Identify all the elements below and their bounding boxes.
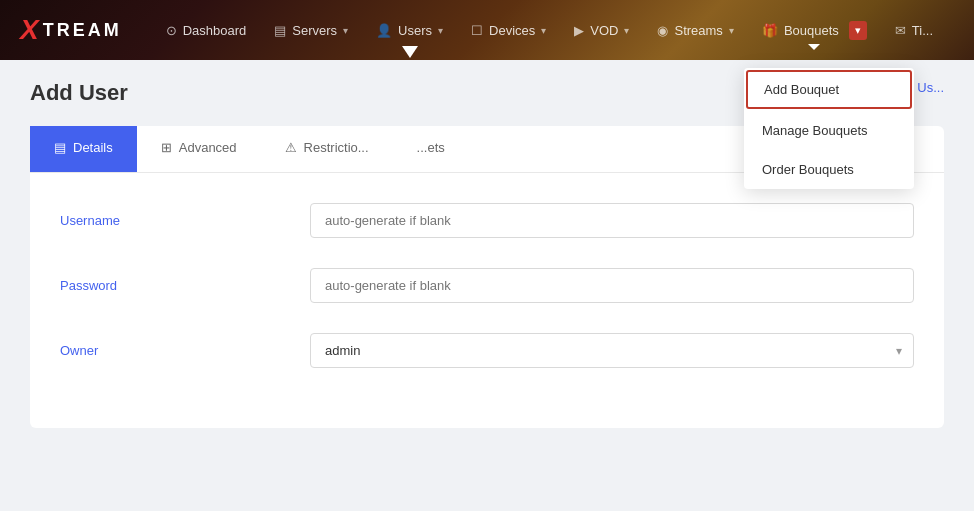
bouquets-icon: 🎁 — [762, 23, 778, 38]
nav-pointer — [402, 46, 418, 58]
dashboard-icon: ⊙ — [166, 23, 177, 38]
tab-restrictions-label: Restrictio... — [304, 140, 369, 155]
nav-label-users: Users — [398, 23, 432, 38]
nav-item-servers[interactable]: ▤ Servers ▾ — [260, 15, 362, 46]
nav-label-bouquets: Bouquets — [784, 23, 839, 38]
devices-chevron-icon: ▾ — [541, 25, 546, 36]
username-row: Username — [60, 203, 914, 238]
devices-icon: ☐ — [471, 23, 483, 38]
owner-label: Owner — [60, 343, 310, 358]
nav-label-servers: Servers — [292, 23, 337, 38]
vod-icon: ▶ — [574, 23, 584, 38]
nav-label-dashboard: Dashboard — [183, 23, 247, 38]
tab-bouquets[interactable]: ...ets — [393, 126, 469, 172]
streams-chevron-icon: ▾ — [729, 25, 734, 36]
dropdown-item-manage-bouquets[interactable]: Manage Bouquets — [744, 111, 914, 150]
tab-restrictions[interactable]: ⚠ Restrictio... — [261, 126, 393, 172]
form-body: Username Password Owner admin ▾ — [30, 173, 944, 428]
owner-row: Owner admin ▾ — [60, 333, 914, 368]
servers-icon: ▤ — [274, 23, 286, 38]
nav-label-streams: Streams — [674, 23, 722, 38]
nav-item-bouquets[interactable]: 🎁 Bouquets ▾ — [748, 13, 881, 48]
tab-advanced-label: Advanced — [179, 140, 237, 155]
bouquets-dropdown: Add Bouquet Manage Bouquets Order Bouque… — [744, 68, 914, 189]
advanced-tab-icon: ⊞ — [161, 140, 172, 155]
nav-label-tickets: Ti... — [912, 23, 933, 38]
logo-x-icon: X — [20, 14, 39, 46]
logo-text: TREAM — [43, 20, 122, 41]
vod-chevron-icon: ▾ — [624, 25, 629, 36]
header: X TREAM ⊙ Dashboard ▤ Servers ▾ 👤 Users … — [0, 0, 974, 60]
nav-item-devices[interactable]: ☐ Devices ▾ — [457, 15, 560, 46]
nav-item-users[interactable]: 👤 Users ▾ — [362, 15, 457, 46]
logo: X TREAM — [20, 14, 122, 46]
dropdown-item-order-bouquets[interactable]: Order Bouquets — [744, 150, 914, 189]
tab-bouquets-label: ...ets — [417, 140, 445, 155]
password-row: Password — [60, 268, 914, 303]
servers-chevron-icon: ▾ — [343, 25, 348, 36]
username-input[interactable] — [310, 203, 914, 238]
streams-icon: ◉ — [657, 23, 668, 38]
owner-select-wrapper: admin ▾ — [310, 333, 914, 368]
nav-item-dashboard[interactable]: ⊙ Dashboard — [152, 15, 261, 46]
nav-label-vod: VOD — [590, 23, 618, 38]
tab-details[interactable]: ▤ Details — [30, 126, 137, 172]
tab-details-label: Details — [73, 140, 113, 155]
details-tab-icon: ▤ — [54, 140, 66, 155]
nav-item-vod[interactable]: ▶ VOD ▾ — [560, 15, 643, 46]
tab-advanced[interactable]: ⊞ Advanced — [137, 126, 261, 172]
main-nav: ⊙ Dashboard ▤ Servers ▾ 👤 Users ▾ ☐ Devi… — [152, 13, 954, 48]
dropdown-item-add-bouquet[interactable]: Add Bouquet — [746, 70, 912, 109]
users-chevron-icon: ▾ — [438, 25, 443, 36]
bouquets-chevron-box[interactable]: ▾ — [849, 21, 867, 40]
tickets-icon: ✉ — [895, 23, 906, 38]
users-icon: 👤 — [376, 23, 392, 38]
username-label: Username — [60, 213, 310, 228]
password-input[interactable] — [310, 268, 914, 303]
nav-item-streams[interactable]: ◉ Streams ▾ — [643, 15, 747, 46]
nav-label-devices: Devices — [489, 23, 535, 38]
password-label: Password — [60, 278, 310, 293]
owner-select[interactable]: admin — [310, 333, 914, 368]
restrictions-tab-icon: ⚠ — [285, 140, 297, 155]
nav-item-tickets[interactable]: ✉ Ti... — [881, 15, 947, 46]
